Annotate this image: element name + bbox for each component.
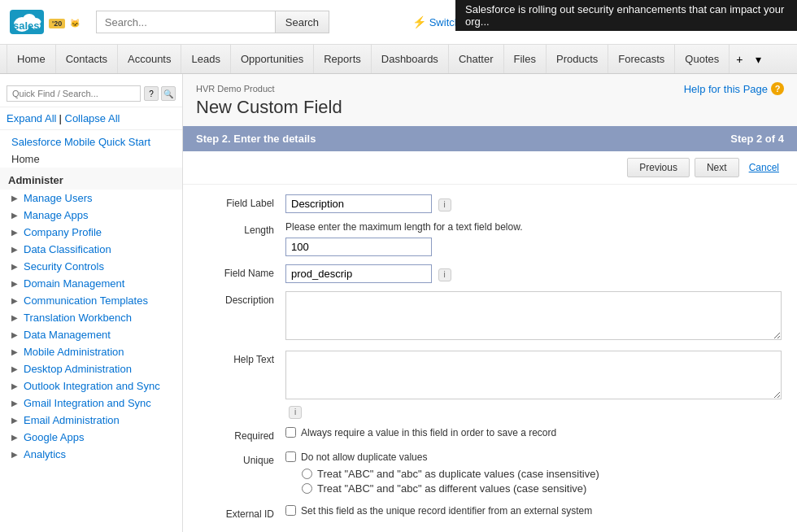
- expand-all-link[interactable]: Expand All: [7, 112, 56, 124]
- arrow-icon: ▶: [11, 228, 20, 237]
- sidebar-label: Google Apps: [24, 431, 84, 443]
- sidebar-item-manage-apps[interactable]: ▶ Manage Apps: [0, 207, 182, 224]
- sidebar-item-translation-workbench[interactable]: ▶ Translation Workbench: [0, 309, 182, 326]
- arrow-icon: ▶: [11, 382, 20, 390]
- radio-case-insensitive-label: Treat "ABC" and "abc" as duplicate value…: [317, 468, 599, 480]
- sidebar-label: Data Management: [24, 329, 111, 341]
- help-text-section: Help Text i: [196, 351, 784, 419]
- sidebar-label: Communication Templates: [24, 294, 148, 307]
- arrow-icon: ▶: [11, 347, 20, 356]
- sidebar-item-gmail-integration[interactable]: ▶ Gmail Integration and Sync: [0, 395, 182, 412]
- description-textarea[interactable]: [285, 291, 782, 340]
- cancel-button[interactable]: Cancel: [744, 158, 784, 177]
- radio-case-sensitive-label: Treat "ABC" and "abc" as different value…: [317, 482, 586, 495]
- sidebar-item-data-management[interactable]: ▶ Data Management: [0, 326, 182, 343]
- nav-forecasts[interactable]: Forecasts: [608, 45, 675, 73]
- previous-button[interactable]: Previous: [627, 158, 690, 177]
- nav-dropdown-button[interactable]: ▾: [749, 45, 768, 73]
- sidebar-search-go-icon[interactable]: 🔍: [161, 86, 176, 101]
- sidebar-item-domain-management[interactable]: ▶ Domain Management: [0, 275, 182, 292]
- length-input[interactable]: [285, 238, 432, 256]
- help-text-info-icon[interactable]: i: [289, 406, 302, 419]
- sidebar-label: Outlook Integration and Sync: [24, 380, 160, 392]
- radio-case-sensitive[interactable]: [302, 483, 312, 494]
- external-id-section: External ID Set this field as the unique…: [196, 505, 784, 521]
- required-checkbox[interactable]: [285, 427, 296, 438]
- sidebar-item-outlook-integration[interactable]: ▶ Outlook Integration and Sync: [0, 377, 182, 395]
- sidebar-help-icon[interactable]: ?: [144, 86, 159, 101]
- sidebar-expand-collapse: Expand All | Collapse All: [0, 111, 182, 130]
- field-name-info-icon[interactable]: i: [438, 268, 451, 281]
- help-text-textarea[interactable]: [285, 351, 782, 399]
- radio-case-insensitive[interactable]: [302, 469, 312, 479]
- field-label-info-icon[interactable]: i: [438, 198, 451, 211]
- unique-section: Unique Do not allow duplicate values Tre…: [196, 451, 784, 497]
- radio-case-sensitive-row: Treat "ABC" and "abc" as different value…: [302, 482, 784, 495]
- nav-contacts[interactable]: Contacts: [56, 45, 118, 73]
- nav-reports[interactable]: Reports: [314, 45, 372, 73]
- content-area: HVR Demo Product Help for this Page ? Ne…: [183, 74, 797, 532]
- sidebar-item-mobile-administration[interactable]: ▶ Mobile Administration: [0, 343, 182, 360]
- mascot-label: 🐱: [70, 19, 80, 28]
- external-id-label: External ID: [196, 505, 285, 520]
- help-text-col: i: [285, 351, 784, 419]
- sidebar-item-manage-users[interactable]: ▶ Manage Users: [0, 190, 182, 207]
- administer-section: Administer: [0, 168, 182, 190]
- help-text-label: Help Text: [196, 351, 285, 365]
- nav-quotes[interactable]: Quotes: [675, 45, 729, 73]
- sidebar-label: Gmail Integration and Sync: [24, 397, 151, 409]
- unique-checkbox[interactable]: [285, 451, 296, 462]
- length-col: Please enter the maximum length for a te…: [285, 221, 784, 256]
- required-col: Always require a value in this field in …: [285, 427, 784, 443]
- sidebar-item-analytics[interactable]: ▶ Analytics: [0, 446, 182, 463]
- sidebar-label: Security Controls: [24, 260, 104, 273]
- sidebar-item-data-classification[interactable]: ▶ Data Classification: [0, 241, 182, 258]
- nav-files[interactable]: Files: [504, 45, 547, 73]
- sidebar-item-email-administration[interactable]: ▶ Email Administration: [0, 412, 182, 429]
- nav-more-button[interactable]: +: [729, 45, 749, 73]
- form-area: Field Label i Length Please enter the ma…: [183, 185, 797, 532]
- nav-accounts[interactable]: Accounts: [118, 45, 181, 73]
- sidebar-item-company-profile[interactable]: ▶ Company Profile: [0, 224, 182, 241]
- sidebar-label: Analytics: [24, 448, 66, 460]
- nav-chatter[interactable]: Chatter: [449, 45, 504, 73]
- nav-leads[interactable]: Leads: [181, 45, 230, 73]
- step-header: Step 2. Enter the details Step 2 of 4: [183, 126, 797, 151]
- nav-home[interactable]: Home: [7, 45, 56, 73]
- field-label-input[interactable]: [285, 194, 432, 213]
- sidebar-label: Translation Workbench: [24, 312, 132, 324]
- length-label: Length: [196, 221, 285, 236]
- field-name-input[interactable]: [285, 264, 432, 283]
- arrow-icon: ▶: [11, 313, 20, 322]
- length-section: Length Please enter the maximum length f…: [196, 221, 784, 256]
- sidebar-label: Manage Users: [24, 192, 93, 204]
- sidebar-search-input[interactable]: [7, 85, 141, 102]
- logo-area: salesforce '20 🐱: [10, 10, 80, 34]
- sidebar-item-home[interactable]: Home: [0, 150, 182, 168]
- sidebar-item-security-controls[interactable]: ▶ Security Controls: [0, 258, 182, 275]
- external-id-checkbox[interactable]: [285, 505, 296, 516]
- search-area: Search: [96, 11, 329, 33]
- nav-products[interactable]: Products: [547, 45, 608, 73]
- next-button[interactable]: Next: [695, 158, 739, 177]
- arrow-icon: ▶: [11, 296, 20, 305]
- nav-bar: Home Contacts Accounts Leads Opportuniti…: [0, 45, 797, 74]
- sidebar-item-quick-start[interactable]: Salesforce Mobile Quick Start: [0, 133, 182, 150]
- home-label: Home: [11, 153, 40, 165]
- help-page-link[interactable]: Help for this Page ?: [684, 82, 784, 95]
- description-label: Description: [196, 291, 285, 306]
- dreamin-badge: '20 🐱: [49, 16, 80, 28]
- sidebar-item-communication-templates[interactable]: ▶ Communication Templates: [0, 292, 182, 309]
- external-id-checkbox-label: Set this field as the unique record iden…: [301, 505, 592, 517]
- page-title: New Custom Field: [183, 95, 797, 126]
- search-button[interactable]: Search: [275, 11, 329, 33]
- sidebar-item-desktop-administration[interactable]: ▶ Desktop Administration: [0, 360, 182, 377]
- nav-opportunities[interactable]: Opportunities: [231, 45, 314, 73]
- collapse-all-link[interactable]: Collapse All: [65, 112, 120, 124]
- field-name-section: Field Name i: [196, 264, 784, 283]
- arrow-icon: ▶: [11, 262, 20, 271]
- nav-dashboards[interactable]: Dashboards: [372, 45, 449, 73]
- unique-checkbox-label: Do not allow duplicate values: [301, 451, 427, 463]
- search-input[interactable]: [96, 11, 275, 33]
- sidebar-item-google-apps[interactable]: ▶ Google Apps: [0, 429, 182, 446]
